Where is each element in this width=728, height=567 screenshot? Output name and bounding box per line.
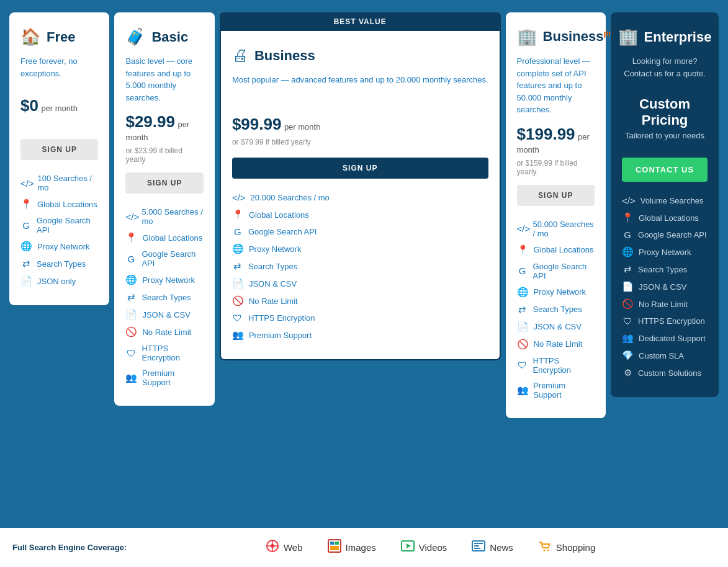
- list-item: 👥Premium Support: [125, 368, 203, 387]
- globe-icon: 🌐: [125, 274, 137, 285]
- list-item: 📄JSON & CSV: [125, 309, 203, 320]
- file-icon: 📄: [125, 309, 137, 320]
- basic-plan-price: $29.99 per month: [125, 112, 203, 143]
- transfer-icon: ⇄: [622, 264, 633, 275]
- custom-pricing-sub: Tailored to your needs: [622, 131, 708, 140]
- list-item: 🚫No Rate Limit: [232, 295, 488, 306]
- list-item: 📍Global Locations: [20, 199, 98, 210]
- list-item: ⚙Custom Solutions: [622, 367, 708, 378]
- globe-icon: 🌐: [232, 243, 244, 254]
- list-item: GGoogle Search API: [125, 249, 203, 268]
- basic-price-main: $29.99: [125, 112, 175, 131]
- list-item: </>100 Searches / mo: [20, 174, 98, 192]
- business-price-yearly: or $79.99 if billed yearly: [232, 138, 488, 149]
- transfer-icon: ⇄: [517, 304, 528, 315]
- list-item: ⇄Search Types: [232, 261, 488, 272]
- svg-rect-11: [474, 543, 483, 544]
- bpro-plan-price: $199.99 per month: [517, 125, 595, 155]
- footer-item-web: Web: [266, 539, 303, 556]
- list-item: 🚫No Rate Limit: [622, 298, 708, 310]
- enterprise-plan-desc: Looking for more? Contact us for a quote…: [622, 55, 708, 87]
- business-signup-button[interactable]: SIGN UP: [232, 158, 488, 179]
- plan-business: 🖨 Business Most popular — advanced featu…: [220, 31, 501, 360]
- free-plan-icon: 🏠: [20, 27, 40, 47]
- plan-free-header: 🏠 Free: [20, 27, 98, 47]
- enterprise-price-block: Custom Pricing Tailored to your needs: [622, 96, 708, 140]
- location-icon: 📍: [232, 209, 244, 220]
- svg-rect-13: [474, 548, 480, 549]
- enterprise-plan-name: Enterprise: [644, 29, 712, 45]
- list-item: 🚫No Rate Limit: [125, 326, 203, 337]
- svg-point-15: [547, 550, 549, 551]
- footer-item-shopping: Shopping: [538, 539, 595, 556]
- plan-basic-header: 🧳 Basic: [125, 27, 203, 47]
- list-item: 🛡HTTPS Encryption: [517, 356, 595, 375]
- web-label: Web: [284, 542, 303, 553]
- list-item: 🛡HTTPS Encryption: [232, 313, 488, 323]
- location-icon: 📍: [517, 244, 529, 256]
- norate-icon: 🚫: [232, 295, 244, 306]
- shield-icon: 🛡: [125, 348, 137, 359]
- support-icon: 👥: [517, 385, 529, 396]
- norate-icon: 🚫: [517, 339, 529, 350]
- list-item: 🛡HTTPS Encryption: [622, 316, 708, 326]
- basic-plan-name: Basic: [151, 29, 188, 45]
- google-icon: G: [20, 220, 32, 231]
- footer-items: Web Images Videos News Shopping: [145, 539, 716, 556]
- enterprise-plan-icon: 🏢: [618, 27, 638, 47]
- web-icon: [266, 539, 279, 556]
- free-price-main: $0: [20, 96, 38, 115]
- bpro-price-yearly: or $159.99 if billed yearly: [517, 159, 595, 176]
- contact-us-button[interactable]: CONTACT US: [622, 158, 708, 182]
- shield-icon: 🛡: [517, 360, 528, 370]
- free-features-list: </>100 Searches / mo 📍Global Locations G…: [20, 174, 98, 287]
- globe-icon: 🌐: [20, 241, 32, 252]
- list-item: ⇄Search Types: [517, 304, 595, 315]
- list-item: 🌐Proxy Network: [517, 287, 595, 298]
- list-item: 💎Custom SLA: [622, 350, 708, 361]
- svg-rect-7: [330, 546, 339, 550]
- list-item: ⇄Search Types: [622, 264, 708, 275]
- plan-enterprise-header: 🏢 Enterprise: [622, 27, 708, 47]
- list-item: 👥Dedicated Support: [622, 333, 708, 344]
- list-item: GGoogle Search API: [517, 262, 595, 280]
- list-item: GGoogle Search API: [232, 226, 488, 237]
- google-icon: G: [232, 226, 243, 237]
- norate-icon: 🚫: [622, 298, 634, 310]
- list-item: 🌐Proxy Network: [125, 274, 203, 285]
- business-plan-price: $99.99 per month: [232, 115, 488, 134]
- free-plan-desc: Free forever, no exceptions.: [20, 55, 98, 87]
- list-item: 🌐Proxy Network: [622, 246, 708, 257]
- news-label: News: [490, 542, 513, 553]
- images-icon: [328, 539, 341, 556]
- best-value-label: BEST VALUE: [220, 12, 501, 31]
- code-icon: </>: [20, 178, 32, 189]
- enterprise-features-list: </>Volume Searches 📍Global Locations GGo…: [622, 195, 708, 378]
- free-signup-button[interactable]: SIGN UP: [20, 139, 98, 160]
- google-icon: G: [125, 254, 137, 264]
- bpro-signup-button[interactable]: SIGN UP: [517, 185, 595, 206]
- images-label: Images: [346, 542, 376, 553]
- list-item: 🌐Proxy Network: [232, 243, 488, 254]
- list-item: </>20.000 Searches / mo: [232, 192, 488, 203]
- bpro-price-main: $199.99: [517, 125, 575, 143]
- code-icon: </>: [125, 212, 137, 222]
- list-item: 📍Global Locations: [622, 212, 708, 223]
- file-icon: 📄: [517, 321, 529, 333]
- file-icon: 📄: [622, 281, 634, 292]
- list-item: </>50.000 Searches / mo: [517, 220, 595, 238]
- code-icon: </>: [517, 223, 528, 234]
- free-plan-price: $0 per month: [20, 96, 98, 115]
- support-icon: 👥: [622, 333, 634, 344]
- list-item: 👥Premium Support: [232, 329, 488, 341]
- basic-signup-button[interactable]: SIGN UP: [125, 172, 203, 194]
- bpro-features-list: </>50.000 Searches / mo 📍Global Location…: [517, 220, 595, 400]
- list-item: ⇄Search Types: [125, 292, 203, 303]
- basic-plan-icon: 🧳: [125, 27, 145, 47]
- globe-icon: 🌐: [622, 246, 634, 257]
- list-item: 📍Global Locations: [517, 244, 595, 256]
- footer-item-images: Images: [328, 539, 376, 556]
- location-icon: 📍: [125, 232, 137, 243]
- shopping-icon: [538, 539, 552, 556]
- business-plan-name: Business: [254, 48, 315, 64]
